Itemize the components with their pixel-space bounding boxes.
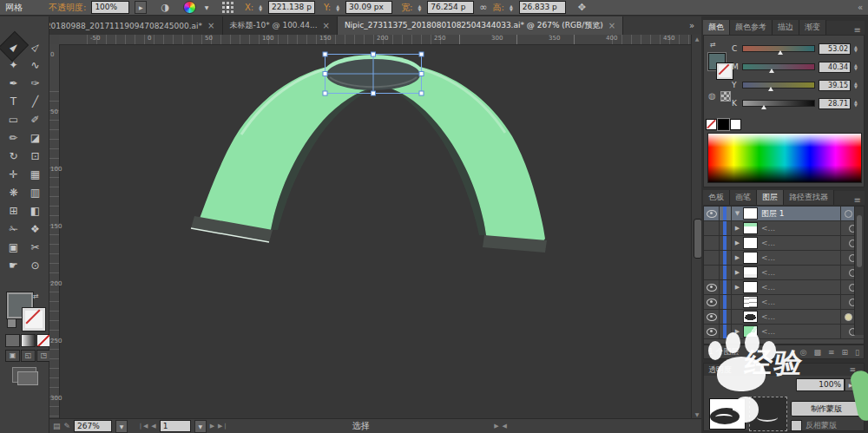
expand-arrow-icon[interactable]: ▶ <box>732 269 743 276</box>
draw-normal-button[interactable]: ▣ <box>5 350 20 362</box>
tab-swatches[interactable]: 色板 <box>703 190 730 205</box>
none-swatch[interactable] <box>706 119 717 130</box>
expand-arrow-icon[interactable]: ▶ <box>732 254 743 261</box>
x-spinner[interactable]: ▲▼ <box>259 4 262 11</box>
swap-colors-icon[interactable]: ⇄ <box>710 41 716 49</box>
transparency-mask-thumbnail[interactable] <box>749 397 787 431</box>
eyedropper-tool-icon[interactable]: ✁ <box>3 220 24 238</box>
black-swatch[interactable] <box>718 119 729 130</box>
locate-object-icon[interactable]: ◎ <box>800 348 807 357</box>
perspective-grid-tool-icon[interactable]: ▦ <box>24 165 46 183</box>
expand-arrow-icon[interactable]: ▼ <box>732 210 743 217</box>
status-pen-icon[interactable]: ✎ <box>64 422 71 430</box>
channel-value-input[interactable]: 28.71 <box>819 98 851 109</box>
slider-knob[interactable] <box>769 69 774 73</box>
height-input[interactable]: 26.833 p <box>519 1 566 14</box>
tab-color-guide[interactable]: 颜色参考 <box>730 20 773 35</box>
layer-label[interactable]: <... <box>761 224 840 233</box>
last-artboard-icon[interactable]: ▶❘ <box>218 423 227 430</box>
layer-label[interactable]: <... <box>761 253 840 262</box>
stroke-swatch[interactable] <box>23 308 45 331</box>
channel-value-input[interactable]: 39.15 <box>819 80 851 91</box>
document-tab-title[interactable]: Nipic_20180988_20171119094708245000.ai* <box>23 22 202 30</box>
swap-fill-stroke-icon[interactable]: ⇄ <box>33 292 39 300</box>
screen-mode-button[interactable] <box>12 367 36 383</box>
layer-label[interactable]: <... <box>761 298 840 306</box>
panel-menu-icon[interactable]: ≡ <box>854 25 865 35</box>
layer-label[interactable]: <... <box>761 239 840 247</box>
rotate-tool-icon[interactable]: ↻ <box>3 147 24 165</box>
gradient-tool-icon[interactable]: ◧ <box>24 201 46 220</box>
expand-arrow-icon[interactable]: ▶ <box>732 284 743 291</box>
width-input[interactable]: 76.254 p <box>427 1 474 14</box>
x-input[interactable]: 221.138 p <box>268 1 315 14</box>
slider-track[interactable] <box>742 63 815 70</box>
default-fill-stroke-icon[interactable] <box>7 318 16 328</box>
slider-knob[interactable] <box>778 50 783 55</box>
visibility-toggle[interactable] <box>704 280 720 294</box>
value-spinner[interactable]: ▲▼ <box>854 45 858 52</box>
tab-layers[interactable]: 图层 <box>757 190 784 205</box>
opacity-dropdown-icon[interactable]: ▶ <box>135 1 147 14</box>
reference-point-icon[interactable] <box>222 2 234 14</box>
hand-tool-icon[interactable]: ☛ <box>3 256 24 274</box>
panel-collapse-icon[interactable]: « <box>858 3 863 12</box>
color-stroke-swatch[interactable] <box>717 63 733 79</box>
panel-menu-icon[interactable]: ≡ <box>854 195 865 205</box>
layer-label[interactable]: <... <box>761 268 840 277</box>
transparency-opacity-input[interactable]: 100% <box>796 378 845 391</box>
gradient-mode-button[interactable] <box>21 334 36 347</box>
slider-track[interactable] <box>742 45 815 52</box>
visibility-toggle[interactable] <box>704 325 720 338</box>
layer-label[interactable]: 图层 1 <box>761 208 840 220</box>
panel-menu-icon[interactable]: ≡ <box>849 365 859 374</box>
pen-tool-icon[interactable]: ✒ <box>3 74 24 92</box>
make-mask-button[interactable]: 制作蒙版 <box>791 401 862 417</box>
slider-knob[interactable] <box>768 87 773 91</box>
tab-color[interactable]: 颜色 <box>703 20 730 35</box>
shape-builder-tool-icon[interactable]: ✛ <box>3 165 24 183</box>
visibility-toggle[interactable] <box>704 295 720 309</box>
make-mask-icon[interactable]: ▩ <box>813 348 821 357</box>
target-ring-icon[interactable] <box>845 210 852 218</box>
line-tool-icon[interactable]: ╱ <box>24 92 46 110</box>
transparency-object-thumbnail[interactable] <box>709 398 746 430</box>
layer-label[interactable]: <... <box>761 283 840 292</box>
slider-knob[interactable] <box>761 105 766 109</box>
prev-artboard-icon[interactable]: ◀ <box>151 423 155 430</box>
draw-behind-button[interactable]: ◱ <box>21 350 36 362</box>
document-tab-title[interactable]: 未标题-10* @ 100.44... <box>230 20 318 31</box>
visibility-toggle[interactable] <box>704 236 720 250</box>
free-transform-icon[interactable]: ✥ <box>578 2 586 13</box>
layer-object-row[interactable]: ▶<... <box>704 251 864 266</box>
document-tab-title[interactable]: Nipic_27311375_20180801082504344033.ai* … <box>345 20 603 31</box>
paintbrush-tool-icon[interactable]: ✐ <box>24 110 46 128</box>
rectangle-tool-icon[interactable]: ▭ <box>3 110 24 128</box>
next-artboard-icon[interactable]: ▶ <box>210 423 214 430</box>
zoom-dropdown-icon[interactable]: ▼ <box>115 420 128 433</box>
layer-object-row[interactable]: ▶<... <box>704 221 864 236</box>
slider-track[interactable] <box>742 100 815 107</box>
recolor-dropdown-icon[interactable]: ▼ <box>201 2 212 13</box>
column-graph-tool-icon[interactable]: ▥ <box>24 183 46 201</box>
expand-arrow-icon[interactable]: ▶ <box>732 328 743 335</box>
y-spinner[interactable]: ▲▼ <box>336 4 339 11</box>
symbol-sprayer-tool-icon[interactable]: ❋ <box>3 183 24 201</box>
blob-brush-tool-icon[interactable]: ✑ <box>24 74 46 92</box>
eraser-tool-icon[interactable]: ◪ <box>24 128 46 147</box>
free-transform-tool-icon[interactable]: ⊡ <box>24 147 46 165</box>
opacity-input[interactable]: 100% <box>91 1 129 14</box>
layer-label[interactable]: <... <box>761 312 840 321</box>
pencil-tool-icon[interactable]: ✏ <box>3 128 24 147</box>
layer-object-row[interactable]: ▶<... <box>704 236 864 251</box>
recolor-artwork-icon[interactable] <box>183 1 196 14</box>
height-spinner[interactable]: ▲▼ <box>510 4 513 11</box>
layer-row[interactable]: ▼图层 1 <box>704 207 864 221</box>
hscroll-right-icon[interactable]: ▶ <box>494 423 498 430</box>
canvas-area[interactable]: -50050100150200250300350400450 050100150… <box>49 35 691 418</box>
first-artboard-icon[interactable]: ❘◀ <box>138 423 148 430</box>
zoom-tool-icon[interactable]: ⊙ <box>24 256 46 274</box>
new-sublayer-icon[interactable]: ≡ <box>828 348 835 357</box>
tab-close-icon[interactable]: × <box>608 21 615 30</box>
layer-object-row[interactable]: ▶<... <box>704 325 864 339</box>
